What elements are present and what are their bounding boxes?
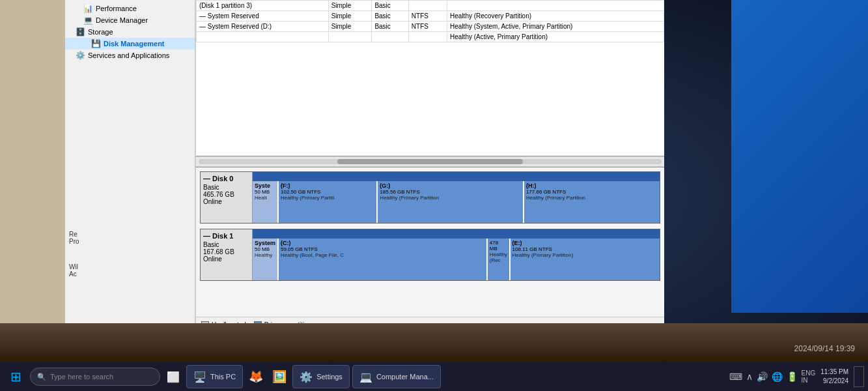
this-pc-label: This PC [210, 373, 236, 381]
left-bezel [0, 0, 65, 332]
disk1-part-system[interactable]: System 50 MB Healthy [253, 239, 279, 280]
disk0-header-bar [253, 172, 660, 181]
speaker-icon[interactable]: 🔊 [757, 371, 768, 382]
tray-time: 11:35 PM [820, 368, 848, 377]
chevron-up-icon[interactable]: ∧ [746, 371, 753, 382]
storage-icon: 🗄️ [76, 27, 85, 36]
lang-label: ENGIN [802, 369, 816, 384]
part-size: 102.50 GB NTFS [281, 189, 374, 195]
sidebar-item-services[interactable]: ⚙️ Services and Applications [65, 50, 195, 61]
performance-icon: 📊 [83, 4, 93, 13]
table-row[interactable]: (Disk 1 partition 3) Simple Basic [197, 1, 664, 11]
sidebar-partial-re: RePro [65, 228, 83, 248]
taskbar-app-photos[interactable]: 🖼️ [269, 366, 290, 387]
sidebar-item-services-label: Services and Applications [88, 51, 169, 59]
settings-icon: ⚙️ [300, 371, 313, 383]
disk1-name: — Disk 1 [203, 232, 249, 240]
disk-management-icon: 💾 [91, 39, 101, 48]
disk0-status: Online [203, 198, 249, 205]
network-icon[interactable]: 🌐 [772, 371, 783, 382]
keyboard-icon: ⌨ [729, 371, 742, 382]
part-label: (E:) [512, 240, 658, 246]
cell-volume: — System Reserved (D:) [197, 22, 329, 32]
disk0-part-h[interactable]: (H:) 177.66 GB NTFS Healthy (Primary Par… [524, 181, 660, 223]
disk0-part-system[interactable]: Syste 50 MB Healt [253, 181, 279, 223]
taskbar-app-firefox[interactable]: 🦊 [245, 366, 266, 387]
partition-table-container[interactable]: (Disk 1 partition 3) Simple Basic — Syst… [196, 0, 664, 156]
sidebar-item-performance[interactable]: 📊 Performance [65, 3, 195, 14]
cell-fs [408, 32, 447, 42]
sidebar-item-storage[interactable]: 🗄️ Storage [65, 26, 195, 38]
tray-icons: ⌨ ∧ 🔊 🌐 🔋 ENGIN [729, 369, 816, 384]
watermark: 2024/09/14 19:39 [794, 344, 855, 353]
right-blue-area [731, 0, 868, 313]
start-icon: ⊞ [10, 369, 21, 384]
part-size: 185.56 GB NTFS [380, 189, 521, 195]
services-icon: ⚙️ [76, 51, 85, 60]
tray-clock[interactable]: 11:35 PM 9/2/2024 [820, 368, 848, 386]
cell-layout [328, 32, 372, 42]
part-label: Syste [255, 182, 275, 189]
show-desktop-button[interactable] [854, 366, 864, 387]
disk1-part-unalloc[interactable]: 478 MB Healthy (Rec [488, 239, 511, 280]
horizontal-scrollbar[interactable] [196, 156, 664, 167]
disk1-size: 167.68 GB [203, 248, 249, 255]
sidebar-item-storage-label: Storage [88, 28, 113, 36]
search-placeholder: Type here to search [50, 373, 113, 381]
disk-visual-area: — Disk 0 Basic 465.76 GB Online Syste 50… [196, 167, 664, 317]
sidebar-item-disk-management-label: Disk Management [104, 40, 165, 48]
part-size: 177.66 GB NTFS [526, 189, 658, 195]
start-button[interactable]: ⊞ [4, 365, 27, 388]
bottom-bezel [0, 323, 868, 362]
computer-mgmt-label: Computer Mana... [376, 373, 434, 381]
cell-type: Basic [372, 22, 408, 32]
part-label: (F:) [281, 182, 374, 189]
cell-layout: Simple [328, 11, 372, 22]
table-row[interactable]: — System Reserved Simple Basic NTFS Heal… [197, 11, 664, 22]
sidebar-item-device-manager[interactable]: 💻 Device Manager [65, 14, 195, 26]
scroll-track [199, 159, 662, 164]
disk0-type: Basic [203, 184, 249, 191]
disk0-size: 465.76 GB [203, 191, 249, 198]
part-size: 108.11 GB NTFS [512, 246, 658, 252]
content-area: (Disk 1 partition 3) Simple Basic — Syst… [195, 0, 664, 332]
part-label: (G:) [380, 182, 521, 189]
disk0-part-g[interactable]: (G:) 185.56 GB NTFS Healthy (Primary Par… [378, 181, 524, 223]
disk0-part-f[interactable]: (F:) 102.50 GB NTFS Healthy (Primary Par… [279, 181, 378, 223]
cell-type [372, 32, 408, 42]
tray-date: 9/2/2024 [820, 377, 848, 386]
cell-fs: NTFS [408, 22, 447, 32]
part-status: Healthy (Primary Partition) [512, 252, 658, 258]
taskbar-app-this-pc[interactable]: 🖥️ This PC [186, 365, 243, 388]
part-size: 50 MB [255, 246, 275, 252]
disk1-status: Online [203, 255, 249, 263]
task-view-button[interactable]: ⬜ [163, 366, 184, 387]
photos-icon: 🖼️ [272, 369, 287, 384]
device-manager-icon: 💻 [83, 16, 93, 25]
cell-type: Basic [372, 11, 408, 22]
sidebar-item-performance-label: Performance [96, 5, 137, 12]
table-row[interactable]: — System Reserved (D:) Simple Basic NTFS… [197, 22, 664, 32]
table-row[interactable]: Healthy (Active, Primary Partition) [197, 32, 664, 42]
this-pc-icon: 🖥️ [193, 371, 206, 383]
scroll-thumb [337, 159, 522, 164]
firefox-icon: 🦊 [249, 369, 263, 384]
settings-label: Settings [316, 373, 343, 381]
cell-fs: NTFS [408, 11, 447, 22]
taskbar-app-settings[interactable]: ⚙️ Settings [292, 365, 350, 388]
sidebar-item-disk-management[interactable]: 💾 Disk Management [65, 38, 195, 50]
cell-type: Basic [372, 1, 408, 11]
disk1-type: Basic [203, 241, 249, 248]
part-status: Healthy (Boot, Page File, C [281, 252, 484, 258]
disk0-parts-row: Syste 50 MB Healt (F:) 102.50 GB NTFS He… [253, 181, 660, 223]
battery-icon[interactable]: 🔋 [787, 371, 798, 382]
part-label: System [255, 240, 275, 246]
taskbar-search[interactable]: 🔍 Type here to search [30, 368, 160, 386]
disk1-part-c[interactable]: (C:) 59.05 GB NTFS Healthy (Boot, Page F… [279, 239, 488, 280]
system-tray: ⌨ ∧ 🔊 🌐 🔋 ENGIN 11:35 PM 9/2/2024 [729, 366, 864, 387]
sidebar: 📊 Performance 💻 Device Manager 🗄️ Storag… [65, 0, 195, 332]
disk1-header-bar [253, 229, 660, 239]
taskbar-app-computer-mgmt[interactable]: 💻 Computer Mana... [352, 365, 441, 388]
cell-volume: — System Reserved [197, 11, 329, 22]
disk1-part-e[interactable]: (E:) 108.11 GB NTFS Healthy (Primary Par… [511, 239, 660, 280]
